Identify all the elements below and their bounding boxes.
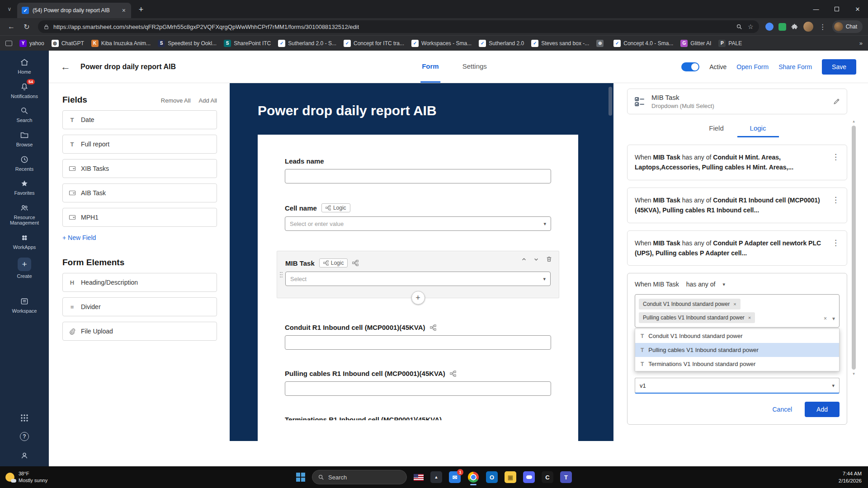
taskbar-clock[interactable]: 7:44 AM 2/16/2026 bbox=[839, 470, 868, 484]
field-item-date[interactable]: TDate bbox=[62, 110, 217, 129]
logic-rule-card[interactable]: When MIB Task has any of Conduit R1 Inbo… bbox=[627, 188, 847, 223]
mib-task-select[interactable]: Select ▾ bbox=[285, 272, 551, 286]
cell-name-select[interactable]: Select or enter value ▾ bbox=[285, 216, 551, 231]
maximize-button[interactable] bbox=[826, 0, 847, 18]
tab-field[interactable]: Field bbox=[696, 121, 737, 137]
add-button[interactable]: Add bbox=[805, 402, 840, 417]
preview-scrollbar[interactable] bbox=[609, 87, 612, 116]
tab-form[interactable]: Form bbox=[420, 51, 440, 83]
bookmark[interactable]: PPALE bbox=[718, 40, 742, 47]
field-item-aib-task[interactable]: AIB Task bbox=[62, 183, 217, 202]
browser-tab[interactable]: ✓ (54) Power drop daily report AIB × bbox=[17, 3, 131, 18]
trash-icon[interactable] bbox=[546, 256, 552, 263]
refresh-icon[interactable]: ↻ bbox=[20, 20, 33, 33]
extensions-puzzle-icon[interactable] bbox=[791, 23, 798, 30]
chevron-down-icon[interactable]: ▾ bbox=[832, 315, 835, 322]
tab-settings[interactable]: Settings bbox=[461, 51, 488, 83]
element-item-heading[interactable]: HHeading/Description bbox=[62, 273, 217, 292]
scrollbar-thumb[interactable] bbox=[852, 126, 856, 370]
value-search-input[interactable] bbox=[640, 382, 832, 389]
minimize-button[interactable]: — bbox=[806, 0, 826, 18]
rail-item-notifications[interactable]: 54 Notifications bbox=[0, 82, 49, 99]
share-form-link[interactable]: Share Form bbox=[778, 63, 812, 70]
browser-menu-icon[interactable]: ⋮ bbox=[818, 23, 827, 31]
rail-item-browse[interactable]: Browse bbox=[0, 131, 49, 148]
logic-rule-card[interactable]: When MIB Task has any of Conduit P Adapt… bbox=[627, 230, 847, 266]
new-field-link[interactable]: + New Field bbox=[62, 234, 217, 241]
clear-icon[interactable]: × bbox=[824, 315, 827, 322]
dropdown-option[interactable]: TTerminations V1 Inbound standard power bbox=[635, 357, 839, 371]
photos-icon[interactable]: ▲ bbox=[430, 471, 442, 483]
dropdown-option[interactable]: TConduit V1 Inbound standard power bbox=[635, 329, 839, 343]
new-tab-button[interactable]: + bbox=[135, 3, 147, 16]
bookmark[interactable]: KKiba Inuzuka Anim... bbox=[91, 40, 151, 47]
account-icon[interactable] bbox=[20, 451, 29, 460]
apps-shortcut-icon[interactable] bbox=[5, 41, 12, 46]
branch-icon[interactable] bbox=[450, 371, 456, 377]
rail-item-create[interactable]: + Create bbox=[0, 258, 49, 279]
rail-item-favorites[interactable]: Favorites bbox=[0, 179, 49, 196]
zoom-icon[interactable] bbox=[736, 23, 742, 30]
bookmark[interactable]: SSharePoint ITC bbox=[224, 40, 271, 47]
element-item-file-upload[interactable]: File Upload bbox=[62, 322, 217, 341]
rule-menu-icon[interactable]: ⋮ bbox=[832, 238, 840, 258]
bookmark[interactable]: ✓Concept for ITC tra... bbox=[344, 40, 404, 47]
move-up-icon[interactable] bbox=[521, 257, 527, 262]
start-button[interactable] bbox=[296, 473, 305, 482]
bookmark[interactable]: ✓Sutherland 2.0 bbox=[479, 40, 524, 47]
outlook-icon[interactable]: O bbox=[486, 471, 498, 483]
selected-field-card[interactable]: MIB Task Dropdown (Multi Select) bbox=[627, 89, 847, 114]
close-window-button[interactable]: ✕ bbox=[847, 0, 868, 18]
branch-icon[interactable] bbox=[430, 324, 436, 331]
chip-remove-icon[interactable]: × bbox=[733, 301, 736, 307]
discord-icon[interactable] bbox=[523, 471, 535, 483]
bookmark[interactable]: ✓Workspaces - Sma... bbox=[411, 40, 472, 47]
apps-grid-icon[interactable] bbox=[20, 414, 28, 422]
bookmark[interactable]: ✓Sutherland 2.0 - S... bbox=[278, 40, 336, 47]
cancel-link[interactable]: Cancel bbox=[772, 406, 792, 413]
clipchamp-icon[interactable]: C bbox=[542, 471, 553, 483]
bookmark[interactable]: ✓Concept 4.0 - Sma... bbox=[613, 40, 673, 47]
mail-icon[interactable]: ✉1 bbox=[449, 471, 461, 483]
teams-icon[interactable]: T bbox=[560, 471, 572, 483]
address-bar[interactable]: https://app.smartsheet.com/sheets/qFR2pG… bbox=[38, 20, 759, 33]
field-item-mph1[interactable]: MPH1 bbox=[62, 208, 217, 227]
logic-chip[interactable]: Logic bbox=[321, 203, 350, 212]
tab-close-icon[interactable]: × bbox=[121, 7, 127, 14]
dropdown-option-highlighted[interactable]: TPulling cables V1 Inbound standard powe… bbox=[635, 343, 839, 357]
pulling-cables-input[interactable] bbox=[285, 381, 551, 396]
operator-select[interactable]: has any of▾ bbox=[686, 281, 725, 288]
bookmark-star-icon[interactable]: ☆ bbox=[748, 23, 754, 30]
tab-search-icon[interactable]: ∨ bbox=[4, 3, 15, 15]
add-all-link[interactable]: Add All bbox=[199, 97, 217, 104]
add-field-plus-button[interactable]: + bbox=[411, 291, 425, 305]
taskbar-search[interactable]: Search bbox=[312, 470, 407, 484]
save-button[interactable]: Save bbox=[822, 59, 856, 75]
active-toggle[interactable] bbox=[681, 62, 699, 71]
weather-widget[interactable]: 38°F Mostly sunny bbox=[0, 470, 47, 484]
move-down-icon[interactable] bbox=[533, 257, 539, 262]
bookmark[interactable]: GGlitter AI bbox=[680, 40, 711, 47]
remove-all-link[interactable]: Remove All bbox=[161, 97, 191, 104]
scroll-down-icon[interactable]: ▾ bbox=[853, 372, 855, 376]
back-arrow-icon[interactable]: ← bbox=[61, 61, 71, 73]
bookmark[interactable]: Yyahoo bbox=[19, 40, 44, 47]
chip-remove-icon[interactable]: × bbox=[748, 315, 751, 320]
conduit-input[interactable] bbox=[285, 335, 551, 350]
bookmark[interactable]: ✓Steves sand box -... bbox=[531, 40, 589, 47]
profile-avatar[interactable] bbox=[803, 22, 813, 32]
rail-item-search[interactable]: Search bbox=[0, 106, 49, 123]
rule-menu-icon[interactable]: ⋮ bbox=[832, 152, 840, 173]
bookmark[interactable]: SSpeedtest by Ookl... bbox=[158, 40, 217, 47]
rail-item-workapps[interactable]: WorkApps bbox=[0, 233, 49, 250]
extension-icon-1[interactable] bbox=[765, 23, 774, 31]
profile-chip[interactable]: Chat bbox=[832, 20, 863, 33]
edit-pencil-icon[interactable] bbox=[833, 98, 840, 105]
bookmark[interactable]: ⊕ bbox=[596, 40, 606, 47]
leads-name-input[interactable] bbox=[285, 169, 551, 183]
bookmarks-overflow-icon[interactable]: » bbox=[859, 40, 863, 47]
branch-icon[interactable] bbox=[352, 260, 359, 266]
rail-item-workspace[interactable]: Workspace bbox=[0, 297, 49, 314]
field-item-full-report[interactable]: TFull report bbox=[62, 135, 217, 154]
us-flag-icon[interactable] bbox=[414, 474, 424, 481]
